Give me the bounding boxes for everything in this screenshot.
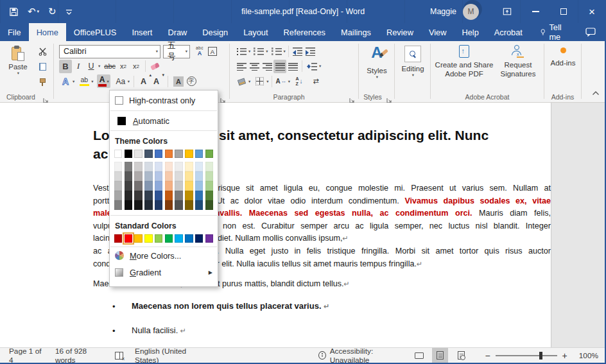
asian-layout-button[interactable]: A↔ bbox=[275, 74, 288, 88]
italic-button[interactable]: I bbox=[72, 60, 85, 73]
tab-draw[interactable]: Draw bbox=[160, 23, 195, 41]
standard-color-swatch[interactable] bbox=[195, 234, 203, 243]
tint-swatch[interactable] bbox=[155, 191, 162, 200]
tint-swatch[interactable] bbox=[125, 162, 132, 171]
text-effects-chevron-icon[interactable]: ▾ bbox=[73, 79, 74, 84]
change-case-button[interactable]: Aa bbox=[114, 74, 127, 88]
shading-button[interactable] bbox=[235, 74, 248, 88]
line-spacing-chevron-icon[interactable]: ▾ bbox=[319, 64, 321, 69]
align-center-button[interactable] bbox=[248, 60, 261, 73]
undo-icon[interactable]: ↶▾ bbox=[28, 6, 39, 17]
standard-color-swatch[interactable] bbox=[165, 234, 173, 243]
tint-swatch[interactable] bbox=[205, 171, 213, 181]
zoom-out-button[interactable]: − bbox=[480, 351, 495, 361]
tint-swatch[interactable] bbox=[114, 162, 122, 171]
bold-button[interactable]: B bbox=[59, 60, 72, 73]
character-shading-button[interactable]: A bbox=[172, 74, 185, 88]
clipboard-dialog-launcher[interactable] bbox=[43, 94, 49, 101]
tint-swatch[interactable] bbox=[155, 162, 162, 171]
sort-button[interactable]: AZ↓ bbox=[293, 74, 306, 88]
word-count[interactable]: 16 of 928 words bbox=[49, 348, 109, 363]
tint-swatch[interactable] bbox=[134, 200, 142, 210]
tint-swatch[interactable] bbox=[195, 191, 203, 200]
borders-button[interactable] bbox=[253, 74, 266, 88]
tab-officeplus[interactable]: OfficePLUS bbox=[66, 23, 125, 41]
standard-color-swatch[interactable] bbox=[205, 234, 213, 243]
tint-swatch[interactable] bbox=[144, 200, 152, 210]
subscript-button[interactable]: x2 bbox=[117, 60, 130, 73]
styles-dialog-launcher[interactable] bbox=[386, 94, 393, 101]
tint-swatch[interactable] bbox=[185, 200, 193, 210]
gradient-item[interactable]: Gradient ▶ bbox=[110, 264, 218, 281]
theme-color-swatch[interactable] bbox=[165, 150, 173, 158]
tint-swatch[interactable] bbox=[125, 191, 132, 200]
tint-swatch[interactable] bbox=[134, 191, 142, 200]
customize-qat-icon[interactable] bbox=[65, 8, 73, 15]
tint-swatch[interactable] bbox=[185, 162, 193, 171]
cut-button[interactable] bbox=[35, 45, 49, 58]
strikethrough-button[interactable]: abc bbox=[103, 60, 117, 73]
distributed-button[interactable] bbox=[286, 60, 299, 73]
tab-review[interactable]: Review bbox=[379, 23, 421, 41]
theme-color-swatch[interactable] bbox=[185, 150, 193, 158]
language-indicator[interactable]: English (United States) bbox=[129, 348, 210, 363]
paste-button[interactable]: Paste ▾ bbox=[3, 44, 33, 91]
standard-color-swatch[interactable] bbox=[175, 234, 182, 243]
font-color-button[interactable]: A ▾ bbox=[97, 74, 110, 88]
tint-swatch[interactable] bbox=[125, 181, 132, 191]
standard-color-swatch[interactable] bbox=[114, 234, 122, 243]
tint-swatch[interactable] bbox=[185, 191, 193, 200]
enclose-characters-button[interactable]: 字 bbox=[185, 74, 198, 88]
decrease-indent-button[interactable] bbox=[291, 45, 304, 58]
superscript-button[interactable]: x2 bbox=[130, 60, 143, 73]
tab-help[interactable]: Help bbox=[454, 23, 486, 41]
tint-swatch[interactable] bbox=[205, 181, 213, 191]
tint-swatch[interactable] bbox=[175, 162, 182, 171]
tint-swatch[interactable] bbox=[175, 191, 182, 200]
tint-swatch[interactable] bbox=[134, 162, 142, 171]
numbering-chevron-icon[interactable]: ▾ bbox=[266, 49, 268, 54]
theme-color-swatch[interactable] bbox=[205, 150, 213, 158]
save-icon[interactable] bbox=[9, 7, 19, 17]
avatar[interactable]: M bbox=[463, 4, 479, 20]
standard-color-swatch[interactable] bbox=[134, 234, 142, 243]
tint-swatch[interactable] bbox=[125, 171, 132, 181]
bullets-button[interactable] bbox=[235, 45, 248, 58]
tell-me[interactable]: Tell me bbox=[534, 23, 575, 41]
accessibility-status[interactable]: Accessibility: Unavailable bbox=[313, 348, 411, 363]
align-right-button[interactable] bbox=[261, 60, 273, 73]
character-border-button[interactable]: A bbox=[206, 45, 219, 58]
tint-swatch[interactable] bbox=[144, 171, 152, 181]
web-layout-button[interactable] bbox=[453, 348, 469, 363]
tint-swatch[interactable] bbox=[205, 162, 213, 171]
tint-swatch[interactable] bbox=[165, 171, 173, 181]
tab-home[interactable]: Home bbox=[29, 23, 66, 41]
bullets-chevron-icon[interactable]: ▾ bbox=[248, 49, 250, 54]
comments-button[interactable] bbox=[575, 23, 606, 41]
theme-color-swatch[interactable] bbox=[155, 150, 162, 158]
styles-button[interactable]: A Styles ▾ bbox=[364, 45, 390, 80]
read-mode-button[interactable] bbox=[411, 348, 427, 363]
tint-swatch[interactable] bbox=[165, 181, 173, 191]
tint-swatch[interactable] bbox=[185, 181, 193, 191]
highlight-button[interactable]: ab bbox=[78, 74, 91, 88]
page-indicator[interactable]: Page 1 of 4 bbox=[0, 348, 49, 363]
tint-swatch[interactable] bbox=[175, 181, 182, 191]
tab-layout[interactable]: Layout bbox=[236, 23, 275, 41]
tab-view[interactable]: View bbox=[421, 23, 454, 41]
highlight-chevron-icon[interactable]: ▾ bbox=[91, 79, 93, 84]
tint-swatch[interactable] bbox=[165, 191, 173, 200]
font-name-combobox[interactable]: Calibri▾ bbox=[59, 45, 160, 58]
tint-swatch[interactable] bbox=[134, 181, 142, 191]
ribbon-display-options-icon[interactable] bbox=[493, 0, 521, 23]
tint-swatch[interactable] bbox=[195, 171, 203, 181]
increase-indent-button[interactable] bbox=[304, 45, 317, 58]
tint-swatch[interactable] bbox=[195, 162, 203, 171]
format-painter-button[interactable] bbox=[35, 76, 49, 89]
request-signatures-button[interactable]: x RequestSignatures bbox=[496, 45, 540, 79]
create-share-pdf-button[interactable]: Create and ShareAdobe PDF bbox=[435, 45, 494, 79]
multilevel-list-button[interactable] bbox=[270, 45, 283, 58]
copy-button[interactable] bbox=[35, 60, 49, 73]
numbering-button[interactable] bbox=[252, 45, 265, 58]
zoom-in-button[interactable]: + bbox=[557, 351, 573, 361]
